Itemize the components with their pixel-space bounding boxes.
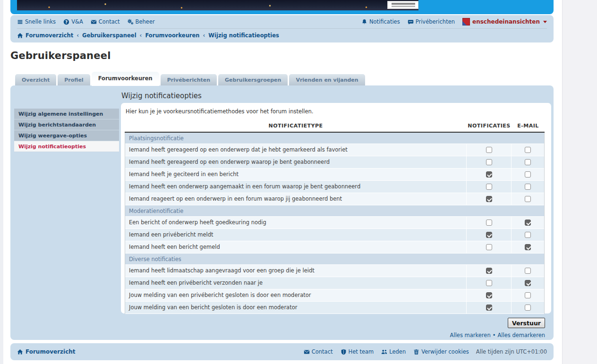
notifications-checkbox[interactable] xyxy=(486,220,492,226)
ucp-panel: Wijzig algemene instellingenWijzig beric… xyxy=(10,85,554,340)
sidebar-item-wijzig-weergave-opties[interactable]: Wijzig weergave-opties xyxy=(14,130,119,141)
caret-down-icon xyxy=(543,21,547,23)
notifications-checkbox[interactable] xyxy=(486,147,492,153)
sidebar-item-wijzig-notificatieopties[interactable]: Wijzig notificatieopties xyxy=(14,141,119,152)
footer-home-link[interactable]: Forumoverzicht xyxy=(17,348,76,355)
notifications-cell xyxy=(466,241,511,253)
forum-banner xyxy=(10,0,554,14)
tab-priv-berichten[interactable]: Privéberichten xyxy=(161,74,217,86)
top-nav-row: Snelle links?V&AContactBeheer Notificati… xyxy=(17,15,547,29)
footer-link-label: Het team xyxy=(349,348,374,355)
table-section-header: Diverse notificaties xyxy=(125,254,544,265)
breadcrumb-separator: ‹ xyxy=(203,32,205,39)
notification-type-label: Jouw melding van een privébericht geslot… xyxy=(125,289,466,301)
header-box: Snelle links?V&AContactBeheer Notificati… xyxy=(10,15,554,42)
nav-notificaties[interactable]: Notificaties xyxy=(361,18,400,25)
notification-type-label: Iemand reageert op een onderwerp in een … xyxy=(125,193,466,205)
sidebar-item-wijzig-algemene-instellingen[interactable]: Wijzig algemene instellingen xyxy=(14,109,119,119)
table-body: PlaatsingsnotificatieIemand heeft gereag… xyxy=(125,133,545,314)
email-checkbox[interactable] xyxy=(525,244,531,250)
footer-link-label: Leden xyxy=(389,348,406,355)
nav-v-a[interactable]: ?V&A xyxy=(63,18,83,25)
breadcrumb-forumvoorkeuren[interactable]: Forumvoorkeuren xyxy=(145,32,199,39)
email-checkbox[interactable] xyxy=(525,220,531,226)
email-cell xyxy=(511,229,544,241)
tab-gebruikersgroepen[interactable]: Gebruikersgroepen xyxy=(218,74,288,86)
email-cell xyxy=(511,265,544,277)
submit-button[interactable]: Verstuur xyxy=(508,318,545,328)
footer-link-het-team[interactable]: Het team xyxy=(341,348,374,355)
tab-overzicht[interactable]: Overzicht xyxy=(15,74,56,86)
email-checkbox[interactable] xyxy=(525,196,531,202)
nav-contact[interactable]: Contact xyxy=(91,18,120,25)
notifications-cell xyxy=(466,193,511,205)
menu-icon xyxy=(17,19,23,25)
email-checkbox[interactable] xyxy=(525,268,531,274)
email-cell xyxy=(511,289,544,301)
table-row: Iemand een privébericht meldt xyxy=(125,229,544,241)
notifications-checkbox[interactable] xyxy=(486,292,492,298)
notifications-checkbox[interactable] xyxy=(486,196,492,202)
email-cell xyxy=(511,193,544,205)
notifications-checkbox[interactable] xyxy=(486,159,492,165)
footer-link-contact[interactable]: Contact xyxy=(304,348,333,355)
table-header-row: NOTIFICATIETYPE NOTIFICATIES E-MAIL xyxy=(125,120,545,133)
nav-snelle-links[interactable]: Snelle links xyxy=(17,18,56,25)
column-header-email: E-MAIL xyxy=(512,123,545,129)
breadcrumb-forumoverzicht[interactable]: Forumoverzicht xyxy=(17,32,73,39)
notifications-cell xyxy=(466,302,511,313)
notifications-cell xyxy=(466,181,511,193)
gears-icon xyxy=(128,19,134,25)
footer-link-verwijder-cookies[interactable]: Verwijder cookies xyxy=(413,348,469,355)
tab-profiel[interactable]: Profiel xyxy=(58,74,90,86)
envelope-icon xyxy=(91,19,97,25)
photographer-watermark xyxy=(387,1,418,9)
notifications-checkbox[interactable] xyxy=(486,280,492,286)
nav-beheer[interactable]: Beheer xyxy=(128,18,155,25)
notification-type-label: Iemand heeft gereageerd op een onderwerp… xyxy=(125,144,466,156)
email-checkbox[interactable] xyxy=(525,184,531,190)
footer-link-leden[interactable]: Leden xyxy=(381,348,406,355)
notifications-checkbox[interactable] xyxy=(486,244,492,250)
notification-type-label: Iemand een privébericht meldt xyxy=(125,229,466,241)
notification-type-label: Iemand heeft lidmaatschap aangevraagd vo… xyxy=(125,265,466,277)
email-checkbox[interactable] xyxy=(525,171,531,178)
footer-link-group: ContactHet teamLedenVerwijder cookies xyxy=(304,348,469,355)
tab-forumvoorkeuren[interactable]: Forumvoorkeuren xyxy=(92,72,159,86)
nav-label: Privéberichten xyxy=(416,18,455,25)
page-right-gutter xyxy=(562,0,597,364)
table-row: Iemand heeft lidmaatschap aangevraagd vo… xyxy=(125,265,544,277)
nav-priv-berichten[interactable]: Privéberichten xyxy=(408,18,455,25)
tab-vrienden-en-vijanden[interactable]: Vrienden en vijanden xyxy=(289,74,365,86)
home-icon xyxy=(17,349,23,355)
notifications-checkbox[interactable] xyxy=(486,268,492,274)
table-section-header: Plaatsingsnotificatie xyxy=(125,133,544,144)
username: enschedeinansichten xyxy=(472,18,540,25)
email-checkbox[interactable] xyxy=(525,305,531,311)
page-title: Gebruikerspaneel xyxy=(10,50,111,61)
unmark-all-link[interactable]: Alles demarkeren xyxy=(498,332,546,339)
mark-all-link[interactable]: Alles markeren xyxy=(450,332,491,339)
notifications-checkbox[interactable] xyxy=(486,184,492,190)
email-checkbox[interactable] xyxy=(525,147,531,153)
breadcrumb-wijzig-notificatieopties[interactable]: Wijzig notificatieopties xyxy=(208,32,279,39)
table-section-header: Moderatienotificatie xyxy=(125,205,544,217)
email-checkbox[interactable] xyxy=(525,232,531,238)
panel-title: Wijzig notificatieopties xyxy=(121,92,202,100)
notifications-checkbox[interactable] xyxy=(486,232,492,238)
email-checkbox[interactable] xyxy=(525,159,531,165)
email-checkbox[interactable] xyxy=(525,280,531,286)
breadcrumb: Forumoverzicht‹Gebruikerspaneel‹Forumvoo… xyxy=(17,29,547,42)
notifications-checkbox[interactable] xyxy=(486,305,492,311)
notifications-checkbox[interactable] xyxy=(486,171,492,178)
nav-label: Beheer xyxy=(136,18,155,25)
sidebar-item-wijzig-berichtstandaarden[interactable]: Wijzig berichtstandaarden xyxy=(14,119,119,130)
email-checkbox[interactable] xyxy=(525,292,531,298)
notifications-cell xyxy=(466,217,511,229)
notifications-cell xyxy=(466,169,511,180)
user-menu[interactable]: enschedeinansichten xyxy=(462,18,547,25)
email-cell xyxy=(511,181,544,193)
breadcrumb-gebruikerspaneel[interactable]: Gebruikerspaneel xyxy=(82,32,136,39)
nav-label: Contact xyxy=(99,18,120,25)
question-circle-icon: ? xyxy=(63,19,69,25)
